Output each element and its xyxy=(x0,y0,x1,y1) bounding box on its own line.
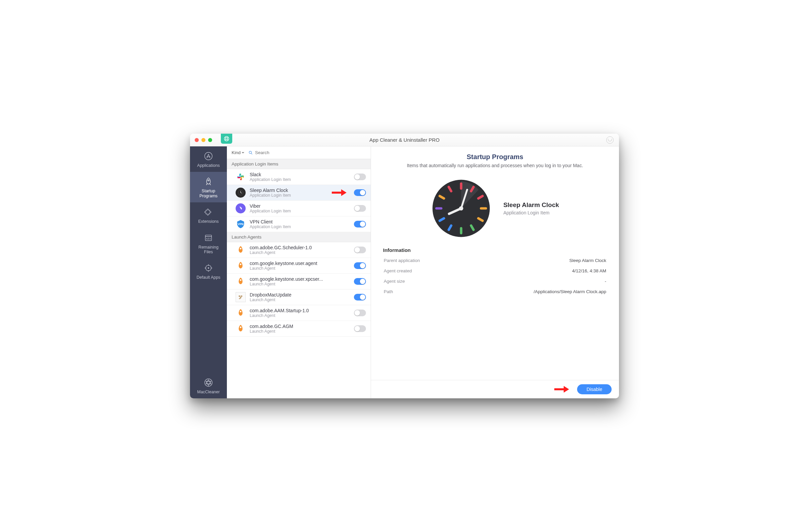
vpn-icon: VPN xyxy=(236,219,246,229)
enable-toggle[interactable] xyxy=(354,325,366,332)
item-subtitle: Application Login Item xyxy=(250,177,350,182)
item-subtitle: Launch Agent xyxy=(250,313,350,318)
item-subtitle: Launch Agent xyxy=(250,329,350,334)
info-key: Parent application xyxy=(384,255,458,265)
svg-rect-11 xyxy=(240,174,241,175)
info-key: Agent size xyxy=(384,277,458,286)
list-item[interactable]: VPN VPN Client Application Login Item xyxy=(227,216,371,232)
rocket-icon xyxy=(203,177,213,187)
sidebar-item-label: MacCleaner xyxy=(197,390,220,394)
sidebar-item-applications[interactable]: Applications xyxy=(190,146,227,172)
list-toolbar: Kind xyxy=(227,146,371,159)
svg-point-2 xyxy=(205,153,212,160)
slack-icon xyxy=(236,172,246,182)
hero-name: Sleep Alarm Clock xyxy=(503,201,559,209)
items-list-column: Kind Application Login Items Slack Appli… xyxy=(227,146,371,398)
app-store-icon xyxy=(203,151,213,161)
help-badge-button[interactable] xyxy=(221,134,232,144)
item-name: com.google.keystone.user.xpcser... xyxy=(250,277,350,282)
svg-point-6 xyxy=(208,268,209,269)
list-item[interactable]: com.adobe.GC.AGM Launch Agent xyxy=(227,321,371,337)
sidebar-item-startup-programs[interactable]: Startup Programs xyxy=(190,172,227,202)
svg-rect-15 xyxy=(240,179,241,180)
sort-kind-label: Kind xyxy=(231,150,241,155)
detail-title: Startup Programs xyxy=(383,153,607,161)
item-name: DropboxMacUpdate xyxy=(250,292,350,298)
search-icon xyxy=(248,150,253,155)
detail-hero: Sleep Alarm Clock Application Login Item xyxy=(383,178,607,238)
enable-toggle[interactable] xyxy=(354,278,366,285)
sort-kind-dropdown[interactable]: Kind xyxy=(231,150,244,155)
info-heading: Information xyxy=(383,247,607,253)
list-item[interactable]: com.adobe.GC.Scheduler-1.0 Launch Agent xyxy=(227,242,371,258)
item-subtitle: Application Login Item xyxy=(250,193,328,198)
hexagram-icon xyxy=(203,377,213,388)
disable-button[interactable]: Disable xyxy=(577,384,612,394)
search-field-wrap xyxy=(248,150,298,155)
hero-subtitle: Application Login Item xyxy=(503,210,559,215)
list-item[interactable]: Sleep Alarm Clock Application Login Item xyxy=(227,185,371,201)
enable-toggle[interactable] xyxy=(354,294,366,301)
detail-footer: Disable xyxy=(371,380,619,398)
window-controls xyxy=(190,138,212,142)
list-item[interactable]: com.adobe.AAM.Startup-1.0 Launch Agent xyxy=(227,305,371,321)
list-item[interactable]: Viber Application Login Item xyxy=(227,201,371,216)
enable-toggle[interactable] xyxy=(354,174,366,180)
search-input[interactable] xyxy=(255,150,298,155)
enable-toggle[interactable] xyxy=(354,262,366,269)
list-item[interactable]: Slack Application Login Item xyxy=(227,169,371,185)
section-header-login-items: Application Login Items xyxy=(227,159,371,169)
sidebar-item-remaining-files[interactable]: Remaining Files xyxy=(190,228,227,259)
item-name: com.google.keystone.user.agent xyxy=(250,261,350,266)
list-item[interactable]: com.google.keystone.user.agent Launch Ag… xyxy=(227,258,371,274)
info-key: Path xyxy=(384,287,458,297)
code-window-icon xyxy=(203,233,213,243)
sidebar-item-default-apps[interactable]: Default Apps xyxy=(190,258,227,284)
sidebar-item-label: Applications xyxy=(197,163,220,168)
sidebar-item-label: Default Apps xyxy=(197,275,221,280)
item-name: Sleep Alarm Clock xyxy=(250,188,328,193)
enable-toggle[interactable] xyxy=(354,221,366,228)
feedback-button[interactable] xyxy=(606,136,614,144)
list-item[interactable]: DropboxMacUpdate Launch Agent xyxy=(227,289,371,305)
item-subtitle: Launch Agent xyxy=(250,298,350,302)
sidebar-item-extensions[interactable]: Extensions xyxy=(190,202,227,228)
svg-point-20 xyxy=(240,264,242,265)
enable-toggle[interactable] xyxy=(354,309,366,316)
main: Kind Application Login Items Slack Appli… xyxy=(227,146,619,398)
info-table: Parent applicationSleep Alarm Clock Agen… xyxy=(383,255,607,297)
item-name: Slack xyxy=(250,172,350,177)
info-value: 4/12/16, 4:38 AM xyxy=(458,266,606,276)
close-window-button[interactable] xyxy=(195,138,199,142)
sidebar: Applications Startup Programs Extensions… xyxy=(190,146,227,398)
enable-toggle[interactable] xyxy=(354,189,366,196)
titlebar: App Cleaner & Uninstaller PRO xyxy=(190,134,619,146)
sidebar-item-label: Extensions xyxy=(198,219,219,224)
info-value: /Applications/Sleep Alarm Clock.app xyxy=(458,287,606,297)
info-row: Agent size- xyxy=(384,277,606,286)
clock-icon xyxy=(236,188,246,198)
items-scroll[interactable]: Application Login Items Slack Applicatio… xyxy=(227,159,371,398)
item-name: Viber xyxy=(250,203,350,209)
svg-point-23 xyxy=(240,326,242,328)
zoom-window-button[interactable] xyxy=(208,138,212,142)
sidebar-item-label: Startup Programs xyxy=(200,189,218,198)
enable-toggle[interactable] xyxy=(354,205,366,212)
item-name: com.adobe.AAM.Startup-1.0 xyxy=(250,308,350,313)
sidebar-item-label: Remaining Files xyxy=(199,245,219,254)
target-icon xyxy=(203,263,213,273)
svg-point-21 xyxy=(240,279,242,281)
list-item[interactable]: com.google.keystone.user.xpcser... Launc… xyxy=(227,274,371,289)
rocket-icon xyxy=(236,245,246,255)
enable-toggle[interactable] xyxy=(354,247,366,253)
minimize-window-button[interactable] xyxy=(202,138,205,142)
info-value: - xyxy=(458,277,606,286)
sidebar-item-maccleaner[interactable]: MacCleaner xyxy=(190,373,227,398)
svg-point-39 xyxy=(459,206,464,211)
viber-icon xyxy=(236,203,246,213)
detail-body: Startup Programs Items that automaticall… xyxy=(371,146,619,380)
item-subtitle: Application Login Item xyxy=(250,225,350,229)
info-value: Sleep Alarm Clock xyxy=(458,255,606,265)
item-subtitle: Launch Agent xyxy=(250,266,350,271)
svg-point-22 xyxy=(240,311,242,313)
